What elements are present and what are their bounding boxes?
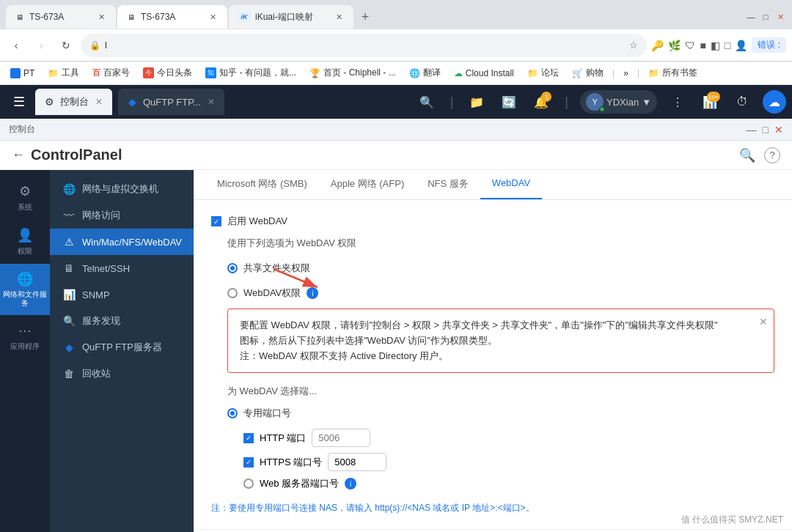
browser-tab-3[interactable]: iK iKuai-端口映射 ✕ (229, 5, 353, 29)
bookmark-cloud-install[interactable]: ☁ Cloud Install (450, 67, 518, 80)
app-minimize-btn[interactable]: — (747, 124, 757, 136)
bookmark-shop[interactable]: 🛒 购物 (568, 65, 608, 81)
tab-close-1[interactable]: ✕ (95, 11, 107, 23)
reload-button[interactable]: ↻ (56, 35, 76, 56)
bookmark-translate[interactable]: 🌐 翻译 (405, 65, 445, 81)
bookmark-chiphell[interactable]: 🏆 首页 - Chiphell - ... (305, 65, 400, 81)
console-tab-close[interactable]: ✕ (93, 96, 105, 108)
extension-icon-7: 👤 (735, 40, 747, 51)
sidebar-item-permissions[interactable]: 👤 权限 (0, 220, 50, 264)
files-icon-btn[interactable]: 📁 (465, 90, 488, 114)
nav-item-network-vm[interactable]: 🌐 网络与虚拟交换机 (50, 176, 194, 202)
nav-item-win-mac-nfs[interactable]: ⚠ Win/Mac/NFS/WebDAV (50, 229, 194, 255)
tab-afp[interactable]: Apple 网络 (AFP) (319, 170, 416, 199)
https-port-checkbox[interactable]: ✓ (243, 457, 254, 468)
tab-smb[interactable]: Microsoft 网络 (SMB) (205, 170, 319, 199)
back-arrow[interactable]: ← (12, 147, 25, 163)
user-name: YDXian (606, 97, 639, 108)
new-tab-button[interactable]: + (355, 7, 375, 27)
user-menu[interactable]: Y YDXian ▼ (580, 90, 657, 114)
app-tab-console[interactable]: ⚙ 控制台 ✕ (35, 89, 112, 115)
url-bar[interactable]: 🔒 l ☆ (81, 34, 647, 57)
title-suffix: Panel (83, 147, 122, 163)
radio-webdav[interactable] (227, 288, 238, 298)
sidebar-item-apps[interactable]: ⋯ 应用程序 (0, 315, 50, 359)
search-icon-btn[interactable]: 🔍 (415, 90, 439, 114)
maximize-button[interactable]: □ (760, 11, 771, 23)
webdav-form: ✓ 启用 WebDAV 使用下列选项为 WebDAV 权限 共享文件夹权限 We… (194, 200, 792, 529)
app-maximize-btn[interactable]: □ (763, 124, 769, 136)
refresh-icon-btn[interactable]: 🔄 (497, 90, 521, 114)
apps-label: 应用程序 (10, 341, 40, 352)
https-port-input[interactable] (328, 453, 386, 471)
app-tab-quftp[interactable]: ◆ QuFTP FTP... ✕ (118, 89, 224, 115)
favorite-icon[interactable]: ☆ (629, 40, 638, 51)
toutiao-icon: 今 (143, 67, 154, 78)
controlpanel-header: ← ControlPanel 🔍 ? (0, 141, 792, 170)
cp-help-icon[interactable]: ? (764, 147, 780, 163)
user-avatar: Y (586, 93, 604, 111)
service-discovery-label: 服务发现 (82, 314, 120, 328)
https-port-label: HTTPS 端口号 (260, 456, 322, 469)
tab-close-2[interactable]: ✕ (207, 11, 219, 23)
bookmark-more[interactable]: » (619, 67, 633, 80)
dots-menu-btn[interactable]: ⋮ (666, 90, 689, 114)
back-button[interactable]: ‹ (6, 35, 26, 56)
radio-dedicated[interactable] (227, 408, 238, 418)
bookmark-all[interactable]: 📁 所有书签 (644, 65, 702, 81)
nav-item-telnet-ssh[interactable]: 🖥 Telnet/SSH (50, 255, 194, 281)
enable-webdav-checkbox[interactable]: ✓ (211, 216, 221, 226)
browser-tab-1[interactable]: 🖥 TS-673A ✕ (6, 5, 116, 29)
bell-icon-btn[interactable]: 🔔 1 (529, 90, 553, 114)
nav-item-recycle[interactable]: 🗑 回收站 (50, 361, 194, 387)
bookmark-pt[interactable]: PT (6, 67, 39, 80)
cloud-icon-btn[interactable]: ☁ (763, 90, 786, 114)
nav-item-quftp[interactable]: ◆ QuFTP FTP服务器 (50, 334, 194, 361)
forward-button[interactable]: › (31, 35, 51, 56)
tooltip-close-btn[interactable]: ✕ (759, 314, 768, 330)
bookmark-tools[interactable]: 📁 工具 (43, 65, 84, 81)
recycle-icon: 🗑 (62, 366, 76, 381)
nav-item-snmp[interactable]: 📊 SNMP (50, 281, 194, 308)
svg-line-1 (274, 269, 318, 287)
footer-watermark: 值 什么值得买 SMYZ.NET (681, 514, 783, 526)
main-content: ⚙ 系统 👤 权限 🌐 网络和文件服务 ⋯ 应用程序 🌐 网络与虚拟交换机 (0, 170, 792, 532)
network-access-icon: 〰 (62, 208, 76, 223)
bookmark-baijiahao[interactable]: 百 百家号 (88, 65, 134, 81)
recycle-label: 回收站 (82, 367, 111, 380)
sidebar-item-system[interactable]: ⚙ 系统 (0, 176, 50, 220)
radio-shared[interactable] (227, 263, 238, 273)
bookmark-zhihu[interactable]: 知 知乎 - 有问题，就... (201, 65, 301, 81)
content-area: Microsoft 网络 (SMB) Apple 网络 (AFP) NFS 服务… (194, 170, 792, 532)
quftp-tab-close[interactable]: ✕ (205, 96, 217, 108)
sidebar-item-network[interactable]: 🌐 网络和文件服务 (0, 264, 50, 315)
web-server-info-icon[interactable]: i (345, 478, 356, 489)
monitor-icon-btn[interactable]: 📊 10+ (698, 90, 722, 114)
permissions-label: 权限 (18, 246, 32, 256)
browser-tab-2[interactable]: 🖥 TS-673A ✕ (117, 5, 227, 29)
chiphell-icon: 🏆 (309, 68, 320, 78)
web-server-row: Web 服务器端口号 i (227, 477, 774, 490)
tab-webdav[interactable]: WebDAV (480, 170, 542, 199)
quftp-icon: ◆ (62, 340, 76, 355)
hamburger-menu[interactable]: ☰ (6, 89, 32, 115)
radio-web-server[interactable] (243, 479, 254, 489)
tab-close-3[interactable]: ✕ (333, 11, 345, 23)
http-port-input[interactable] (312, 429, 370, 447)
app-close-btn[interactable]: ✕ (774, 124, 783, 136)
nav-item-network-access[interactable]: 〰 网络访问 (50, 202, 194, 229)
telnet-label: Telnet/SSH (82, 263, 130, 274)
cp-search-icon[interactable]: 🔍 (739, 147, 755, 163)
close-button[interactable]: ✕ (774, 11, 786, 23)
port-section: 为 WebDAV 选择端... 专用端口号 ✓ HTTP 端口 ✓ (211, 385, 774, 490)
nav-item-service-discovery[interactable]: 🔍 服务发现 (50, 308, 194, 334)
bookmark-forum[interactable]: 📁 论坛 (523, 65, 563, 81)
http-port-checkbox[interactable]: ✓ (243, 433, 254, 443)
tooltip-text3: 注：WebDAV 权限不支持 Active Directory 用户。 (240, 349, 762, 364)
minimize-button[interactable]: — (745, 11, 757, 23)
tab-nfs[interactable]: NFS 服务 (416, 170, 480, 199)
monitor-badge: 10+ (707, 92, 720, 102)
permissions-icon: 👤 (17, 227, 33, 243)
bookmark-toutiao[interactable]: 今 今日头条 (139, 65, 197, 81)
speedometer-icon-btn[interactable]: ⏱ (730, 90, 754, 114)
